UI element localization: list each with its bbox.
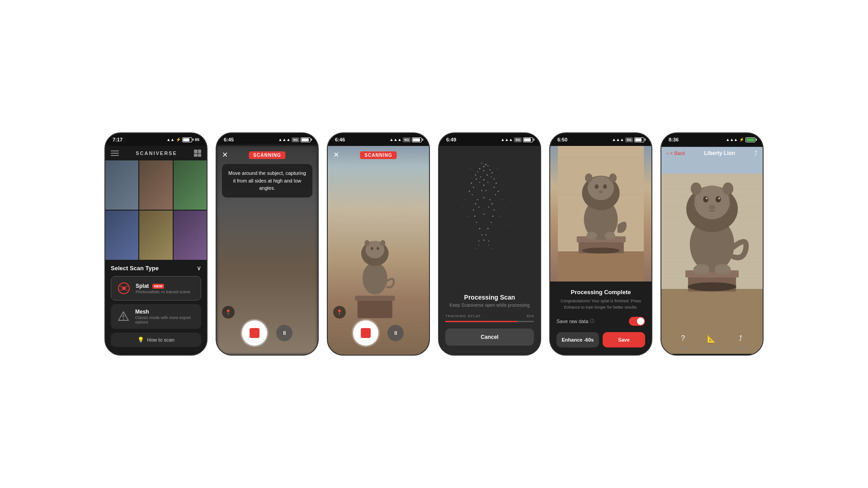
grid-icon[interactable] [194, 150, 201, 157]
ar-share-label: SHARE [734, 346, 747, 350]
svg-point-5 [126, 289, 127, 291]
ar-share-icon[interactable]: ⤴ [754, 150, 757, 157]
svg-point-15 [371, 247, 373, 250]
progress-pct: 81% [527, 314, 534, 318]
battery-pct-1: 85 [195, 137, 199, 142]
complete-subtitle: Congratulations! Your splat is finished.… [557, 298, 645, 310]
record-btn-3[interactable] [353, 320, 378, 346]
signal-icon-3: ▲▲▲ [390, 137, 402, 142]
svg-point-41 [495, 194, 496, 195]
svg-point-4 [120, 289, 122, 291]
mesh-icon [116, 310, 131, 324]
close-btn-3[interactable]: ✕ [333, 150, 339, 159]
phone-screen-2: 6:45 ▲▲▲ 5G ✕ SCANNING Move around the s… [216, 132, 319, 356]
ar-title: Liberty Lion [704, 150, 735, 156]
info-icon[interactable]: ⓘ [590, 318, 594, 324]
status-icons-5: ▲▲▲ 5G [612, 137, 644, 142]
photo-cell-5[interactable] [139, 211, 172, 260]
status-icons-6: ▲▲▲ ⚡ [726, 137, 755, 142]
close-btn-2[interactable]: ✕ [222, 150, 228, 159]
network-badge-2: 5G [292, 137, 299, 142]
svg-point-39 [498, 191, 499, 192]
hamburger-icon[interactable] [111, 150, 119, 156]
save-raw-label: Save raw data ⓘ [557, 318, 594, 324]
ar-help-label: HELP [678, 346, 688, 350]
pause-btn-3[interactable]: ⏸ [387, 325, 404, 341]
photo-cell-6[interactable] [174, 211, 207, 260]
signal-icon-1: ▲▲ [166, 137, 175, 142]
pause-icon-3: ⏸ [393, 330, 398, 336]
save-raw-toggle[interactable] [629, 317, 645, 326]
location-pin-btn-2[interactable]: 📍 [222, 306, 235, 319]
status-bar-4: 6:49 ▲▲▲ 5G [439, 133, 540, 146]
svg-point-21 [479, 168, 481, 169]
pause-btn-2[interactable]: ⏸ [276, 325, 292, 341]
svg-point-27 [475, 174, 476, 175]
ar-measure-btn[interactable]: 📐 MEASURE [702, 332, 721, 350]
svg-point-130 [723, 183, 734, 195]
how-to-scan-btn[interactable]: 💡 How to scan [111, 333, 201, 347]
enhance-btn[interactable]: Enhance -60s [557, 332, 599, 347]
svg-point-78 [483, 170, 485, 172]
svg-point-51 [487, 228, 489, 230]
time-1: 7:17 [113, 137, 123, 142]
svg-point-35 [495, 183, 497, 184]
photo-cell-3[interactable] [174, 160, 207, 210]
screen4-body: Processing Scan Keep Scaniverse open whi… [439, 146, 540, 355]
svg-point-133 [688, 282, 736, 291]
svg-point-49 [491, 222, 492, 223]
ar-share-btn[interactable]: ⤴ SHARE [734, 332, 747, 350]
svg-point-62 [500, 216, 501, 216]
battery-3 [412, 137, 422, 142]
svg-point-53 [486, 234, 486, 235]
svg-point-66 [497, 168, 498, 169]
scan-type-label: Select Scan Type [111, 265, 159, 272]
svg-point-128 [709, 205, 715, 210]
svg-point-67 [490, 199, 491, 200]
signal-icon-2: ▲▲▲ [278, 137, 291, 142]
svg-point-16 [377, 247, 379, 250]
record-stop-icon-2 [250, 328, 259, 338]
mesh-option[interactable]: Mesh Classic mode with more export optio… [111, 304, 201, 329]
status-bar-2: 6:45 ▲▲▲ 5G [217, 133, 318, 146]
time-4: 6:49 [446, 137, 456, 142]
processing-bottom: Processing Scan Keep Scaniverse open whi… [439, 286, 540, 355]
svg-point-48 [476, 222, 477, 223]
svg-point-25 [481, 163, 482, 164]
time-2: 6:45 [224, 137, 234, 142]
signal-icon-6: ▲▲▲ [726, 137, 738, 142]
svg-rect-93 [558, 251, 644, 282]
mesh-desc: Classic mode with more export options [135, 315, 196, 324]
splat-option[interactable]: Splat NEW Photorealistic AI trained scen… [111, 276, 201, 300]
ar-back-btn[interactable]: ‹ < Back [667, 150, 685, 156]
svg-point-55 [478, 240, 479, 241]
svg-point-44 [473, 210, 474, 211]
svg-point-45 [494, 210, 495, 211]
photo-cell-1[interactable] [105, 160, 138, 210]
progress-bar-track [445, 321, 534, 322]
photo-cell-4[interactable] [105, 211, 138, 260]
screen6-body: ‹ < Back Liberty Lion ⤴ ? HELP 📐 MEASURE… [661, 146, 763, 355]
battery-6 [745, 137, 755, 142]
location-pin-btn-3[interactable]: 📍 [333, 306, 346, 319]
ar-bottom-bar: ? HELP 📐 MEASURE ⤴ SHARE [661, 332, 763, 350]
status-bar-6: 8:36 ▲▲▲ ⚡ [661, 133, 763, 146]
svg-point-65 [470, 168, 471, 169]
svg-point-2 [120, 286, 122, 287]
svg-point-20 [487, 165, 488, 166]
record-btn-2[interactable] [242, 320, 267, 346]
cancel-btn[interactable]: Cancel [445, 328, 534, 346]
ar-help-btn[interactable]: ? HELP [677, 332, 689, 350]
lion-photo-svg [550, 146, 651, 282]
save-btn[interactable]: Save [603, 332, 645, 347]
wifi-icon-6: ⚡ [739, 137, 744, 142]
svg-point-102 [585, 174, 593, 183]
svg-point-22 [490, 169, 491, 170]
progress-row: TRAINING SPLAT 81% [445, 314, 534, 318]
svg-point-37 [494, 187, 495, 188]
battery-5 [634, 137, 644, 142]
svg-point-3 [126, 286, 127, 287]
photo-grid [105, 160, 207, 260]
photo-cell-2[interactable] [139, 160, 172, 210]
point-cloud-svg [439, 146, 540, 286]
